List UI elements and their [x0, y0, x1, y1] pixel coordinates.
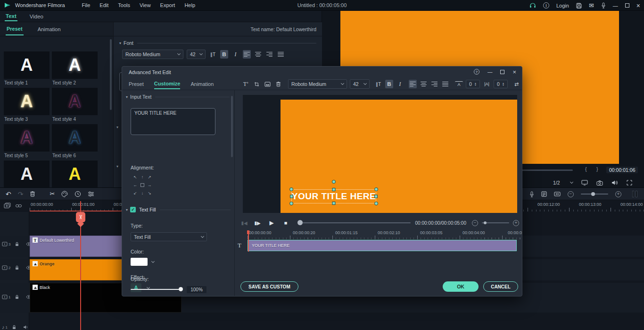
auto-ripple-icon[interactable]	[554, 192, 561, 196]
fullscreen-icon[interactable]	[627, 180, 632, 186]
tab-text[interactable]: Text	[5, 12, 17, 21]
dialog-ruler[interactable]: 00:00:00:00 00:00:00:20 00:00:01:15 00:0…	[248, 230, 522, 239]
text-style-card[interactable]: A	[4, 51, 50, 79]
mark-out-brace[interactable]: }	[596, 166, 598, 172]
help-icon[interactable]: ?	[474, 69, 479, 75]
selection-handle[interactable]	[374, 195, 378, 198]
add-media-to-timeline-icon[interactable]	[4, 203, 11, 209]
reset-swap-icon[interactable]: ⇄	[512, 80, 520, 88]
selection-handle[interactable]	[289, 202, 293, 205]
rotation-handle[interactable]	[332, 180, 336, 184]
dialog-playhead-line[interactable]	[248, 230, 249, 252]
dialog-minimize-button[interactable]: —	[487, 69, 493, 75]
text-fill-checkbox[interactable]: ✓	[130, 207, 136, 212]
align-justify-button[interactable]	[441, 80, 449, 88]
canvas-text[interactable]: YOUR TITLE HERE	[292, 190, 376, 203]
tab-animation[interactable]: Animation	[37, 24, 62, 35]
record-voiceover-icon[interactable]	[529, 191, 534, 197]
dialog-maximize-button[interactable]	[500, 70, 504, 74]
dialog-text-track-clip[interactable]: YOUR TITLE HERE	[248, 240, 517, 251]
selection-handle[interactable]	[332, 202, 336, 205]
display-device-icon[interactable]	[581, 180, 588, 186]
menu-view[interactable]: View	[140, 2, 151, 8]
lock-track-icon[interactable]	[12, 325, 17, 330]
dialog-tab-animation[interactable]: Animation	[190, 81, 214, 87]
selection-handle[interactable]	[289, 187, 293, 191]
letter-spacing-icon[interactable]: |A|	[483, 80, 491, 88]
dialog-bold-button[interactable]: B	[385, 80, 393, 88]
effect-button[interactable]: A	[131, 283, 141, 292]
canvas-text-selection[interactable]: YOUR TITLE HERE	[291, 189, 376, 203]
alignment-grid[interactable]: ↖↑↗ ←→ ↙↓↘	[132, 173, 153, 197]
styles-scrollbar[interactable]	[110, 39, 112, 110]
align-bottom-right-icon[interactable]: ↘	[146, 191, 153, 195]
dialog-cancel-button[interactable]: CANCEL	[483, 281, 518, 292]
fill-color-dropdown[interactable]	[149, 258, 156, 266]
dialog-save-as-custom-button[interactable]: SAVE AS CUSTOM	[240, 281, 298, 292]
maximize-button[interactable]	[625, 3, 629, 8]
voiceover-mic-icon[interactable]	[601, 2, 606, 8]
color-palette-icon[interactable]	[61, 191, 68, 197]
tab-video[interactable]: Video	[29, 12, 44, 21]
crop-icon[interactable]	[253, 80, 261, 88]
dialog-zoom-out-icon[interactable]: −	[472, 220, 478, 226]
font-section-arrow-icon[interactable]: ▾	[119, 41, 121, 45]
align-left-button[interactable]	[409, 80, 417, 88]
align-top-right-icon[interactable]: ↗	[146, 175, 153, 179]
menu-help[interactable]: Help	[184, 2, 195, 8]
login-button[interactable]: Login	[556, 3, 569, 8]
input-text-field[interactable]: YOUR TITLE HERE	[131, 108, 215, 135]
dialog-zoom-in-icon[interactable]: +	[513, 220, 519, 226]
link-clips-icon[interactable]	[15, 204, 22, 208]
lock-track-icon[interactable]	[15, 265, 19, 270]
dialog-scrub-slider[interactable]	[297, 222, 411, 223]
font-family-select[interactable]: Roboto Medium	[122, 50, 183, 59]
opacity-slider-handle[interactable]	[179, 287, 183, 291]
mute-speaker-icon[interactable]	[23, 325, 29, 330]
align-right-button[interactable]	[430, 80, 438, 88]
dialog-close-button[interactable]: ×	[512, 70, 516, 74]
save-project-icon[interactable]	[576, 3, 582, 8]
timeline-zoom-slider[interactable]	[581, 194, 608, 195]
previous-frame-button[interactable]: ▮◀	[239, 220, 249, 226]
playhead-head[interactable]: ✂	[76, 212, 85, 222]
input-text-section-arrow-icon[interactable]: ▾	[126, 95, 128, 99]
vertical-text-icon[interactable]: ∥T	[209, 50, 217, 59]
collapsed-section-arrow-icon[interactable]: ▾	[116, 164, 118, 169]
redo-icon[interactable]: ↷	[18, 190, 24, 198]
vertical-text-icon[interactable]: ∥T	[374, 80, 382, 88]
split-scissors-icon[interactable]: ✂	[50, 190, 55, 197]
align-left-button[interactable]	[243, 50, 251, 59]
align-top-left-icon[interactable]: ↖	[132, 175, 139, 179]
speed-clock-icon[interactable]	[74, 191, 81, 197]
next-frame-button[interactable]: ▮▶	[252, 220, 263, 226]
text-style-card[interactable]: A	[4, 124, 50, 152]
text-style-card[interactable]: A	[52, 161, 98, 187]
fill-type-select[interactable]: Text Fill	[131, 232, 207, 241]
align-right-icon[interactable]: →	[146, 183, 153, 187]
text-fill-section-arrow-icon[interactable]: ▾	[126, 208, 128, 212]
timeline-zoom-in-icon[interactable]: +	[615, 191, 621, 197]
align-center-box-icon[interactable]	[139, 183, 146, 187]
align-center-button[interactable]	[254, 50, 262, 59]
dialog-tab-preset[interactable]: Preset	[129, 81, 144, 87]
italic-button[interactable]: I	[231, 50, 239, 59]
timeline-zoom-out-icon[interactable]: −	[568, 191, 574, 197]
close-button[interactable]: ×	[636, 2, 640, 9]
lock-track-icon[interactable]	[15, 242, 19, 246]
track-height-bars-icon[interactable]	[632, 191, 637, 197]
text-style-card[interactable]: A	[52, 124, 98, 152]
selection-handle[interactable]	[332, 188, 336, 191]
tab-preset[interactable]: Preset	[6, 23, 24, 35]
dialog-ok-button[interactable]: OK	[443, 281, 479, 292]
volume-icon[interactable]	[611, 180, 618, 186]
mark-in-brace[interactable]: {	[585, 166, 587, 172]
font-size-select[interactable]: 42	[187, 50, 206, 59]
align-center-button[interactable]	[420, 80, 428, 88]
align-bottom-left-icon[interactable]: ↙	[132, 191, 139, 195]
align-bottom-icon[interactable]: ↓	[139, 191, 146, 195]
dialog-tab-customize[interactable]: Customize	[154, 79, 181, 89]
play-button[interactable]: ▶	[266, 220, 277, 226]
align-justify-button[interactable]	[277, 50, 285, 59]
menu-file[interactable]: File	[82, 2, 91, 8]
